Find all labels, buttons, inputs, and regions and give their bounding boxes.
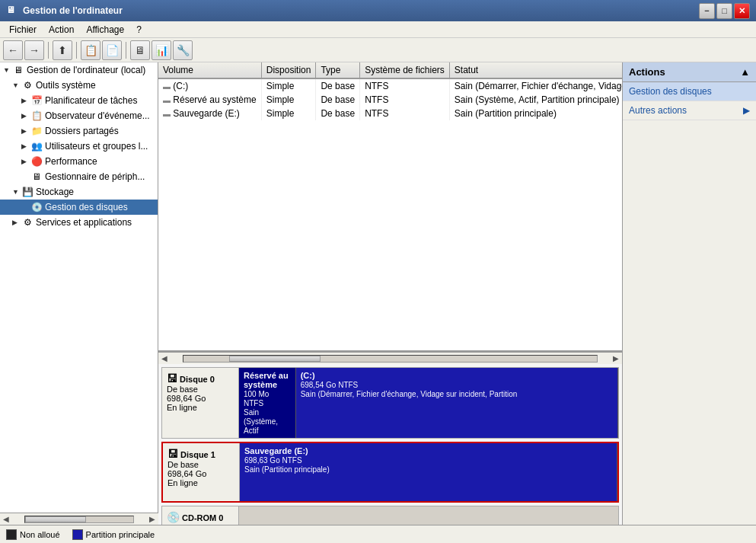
cdrom-label: 💿 CD-ROM 0 DVD (D:) Aucun média [162, 506, 238, 525]
disk1-size: 698,64 Go [167, 469, 234, 478]
tree-arrow [21, 173, 30, 180]
actions-main-item[interactable]: Gestion des disques [623, 82, 756, 101]
disk0-block[interactable]: 🖫 Disque 0 De base 698,64 Go En ligne Ré… [161, 367, 619, 439]
table-row[interactable]: ▬ Sauvegarde (E:) Simple De base NTFS Sa… [158, 107, 622, 120]
disk0-size: 698,64 Go [167, 394, 234, 403]
disk1-part1-detail1: 698,63 Go NTFS [244, 455, 612, 465]
cell-filesystem: NTFS [360, 93, 450, 107]
legend-unallocated: Non alloué [6, 529, 60, 540]
hscroll-left[interactable]: ◀ [158, 354, 171, 363]
partition1-detail2: Sain (Système, Actif [244, 407, 291, 435]
minimize-button[interactable]: − [699, 3, 715, 19]
menu-action[interactable]: Action [43, 23, 80, 37]
tree-arrow: ▼ [12, 81, 21, 89]
performance-icon: 🔴 [30, 155, 43, 168]
cell-filesystem: NTFS [360, 78, 450, 93]
disk0-status: En ligne [167, 403, 234, 412]
monitor-button[interactable]: 📊 [152, 40, 171, 60]
tree-item-stockage[interactable]: ▼ 💾 Stockage [0, 184, 158, 200]
cell-filesystem: NTFS [360, 107, 450, 120]
partition2-name: (C:) [301, 371, 613, 380]
tools-icon: ⚙ [21, 79, 33, 91]
cell-statut: Sain (Démarrer, Fichier d'échange, Vidag… [449, 78, 622, 93]
table-hscroll[interactable]: ◀ ▶ [158, 352, 622, 364]
hscroll-thumb[interactable] [229, 356, 321, 362]
titlebar: 🖥 Gestion de l'ordinateur − □ ✕ [0, 0, 756, 21]
disk-area: 🖫 Disque 0 De base 698,64 Go En ligne Ré… [158, 364, 622, 525]
tree-item-disques[interactable]: 💿 Gestion des disques [0, 200, 158, 215]
tree-scroll-thumb[interactable] [25, 516, 86, 522]
col-volume[interactable]: Volume [158, 62, 261, 78]
disk0-partition1[interactable]: Réservé au système 100 Mo NTFS Sain (Sys… [239, 368, 296, 438]
close-button[interactable]: ✕ [734, 3, 750, 19]
disk1-block[interactable]: 🖫 Disque 1 De base 698,64 Go En ligne Sa… [161, 442, 619, 503]
tree-item-planificateur[interactable]: ▶ 📅 Planificateur de tâches [0, 93, 158, 108]
tree-arrow: ▶ [21, 142, 30, 150]
view-button[interactable]: 📄 [102, 40, 122, 60]
tree-label-stockage: Stockage [36, 187, 74, 197]
col-disposition[interactable]: Disposition [261, 62, 316, 78]
tree-item-root[interactable]: ▼ 🖥 Gestion de l'ordinateur (local) [0, 62, 158, 78]
tree-item-observateur[interactable]: ▶ 📋 Observateur d'événeme... [0, 108, 158, 123]
scheduler-icon: 📅 [30, 94, 43, 107]
separator-3 [126, 42, 126, 59]
settings-button[interactable]: 🔧 [173, 40, 193, 60]
back-button[interactable]: ← [3, 40, 23, 60]
cell-statut: Sain (Système, Actif, Partition principa… [449, 93, 622, 107]
cdrom-partitions [238, 506, 618, 525]
tree-label-observateur: Observateur d'événeme... [45, 110, 150, 121]
hscroll-right[interactable]: ▶ [610, 354, 622, 363]
menu-affichage[interactable]: Affichage [80, 23, 130, 37]
disk1-partition1[interactable]: Sauvegarde (E:) 698,63 Go NTFS Sain (Par… [240, 443, 617, 501]
tree-hscroll[interactable]: ◀ ▶ [0, 513, 158, 525]
show-hide-button[interactable]: 📋 [81, 40, 100, 60]
tree-arrow: ▶ [12, 219, 21, 226]
computer-button[interactable]: 🖥 [130, 40, 150, 60]
col-filesystem[interactable]: Système de fichiers [360, 62, 450, 78]
col-statut[interactable]: Statut [449, 62, 622, 78]
disk1-status: En ligne [167, 478, 234, 487]
up-button[interactable]: ⬆ [53, 40, 72, 60]
storage-icon: 💾 [21, 186, 33, 198]
cdrom-block[interactable]: 💿 CD-ROM 0 DVD (D:) Aucun média [161, 506, 619, 525]
actions-sub-item[interactable]: Autres actions ▶ [623, 101, 756, 120]
tree-item-outils[interactable]: ▼ ⚙ Outils système [0, 78, 158, 93]
disk1-name: 🖫 Disque 1 [167, 448, 234, 460]
cell-volume: ▬ Réservé au système [158, 93, 261, 107]
disk0-partitions: Réservé au système 100 Mo NTFS Sain (Sys… [238, 368, 618, 438]
disk0-partition2[interactable]: (C:) 698,54 Go NTFS Sain (Démarrer, Fich… [296, 368, 618, 438]
tree-item-services[interactable]: ▶ ⚙ Services et applications [0, 215, 158, 230]
actions-header: Actions ▲ [623, 62, 756, 82]
scroll-right-btn[interactable]: ▶ [146, 515, 158, 523]
table-row[interactable]: ▬ (C:) Simple De base NTFS Sain (Démarre… [158, 78, 622, 93]
volumes-table: Volume Disposition Type Système de fichi… [158, 62, 622, 120]
table-area: Volume Disposition Type Système de fichi… [158, 62, 622, 352]
separator-1 [48, 42, 49, 59]
cell-volume: ▬ Sauvegarde (E:) [158, 107, 261, 120]
legend-blue-box [72, 529, 83, 540]
tree-item-dossiers[interactable]: ▶ 📁 Dossiers partagés [0, 123, 158, 139]
tree-label-gestionnaire: Gestionnaire de périph... [45, 171, 145, 182]
tree-label-planificateur: Planificateur de tâches [45, 95, 137, 106]
folder-icon: 📁 [30, 125, 43, 137]
hscroll-track[interactable] [183, 355, 598, 363]
scroll-left-btn[interactable]: ◀ [0, 515, 12, 523]
tree-arrow: ▶ [21, 112, 30, 120]
toolbar: ← → ⬆ 📋 📄 🖥 📊 🔧 [0, 38, 756, 62]
tree-item-gestionnaire[interactable]: 🖥 Gestionnaire de périph... [0, 169, 158, 184]
cell-volume: ▬ (C:) [158, 78, 261, 93]
menu-fichier[interactable]: Fichier [3, 23, 43, 37]
tree-arrow [21, 203, 30, 211]
table-row[interactable]: ▬ Réservé au système Simple De base NTFS… [158, 93, 622, 107]
maximize-button[interactable]: □ [716, 3, 732, 19]
tree-item-utilisateurs[interactable]: ▶ 👥 Utilisateurs et groupes l... [0, 139, 158, 154]
menu-help[interactable]: ? [130, 23, 148, 37]
col-type[interactable]: Type [316, 62, 360, 78]
forward-button[interactable]: → [24, 40, 44, 60]
tree-scroll-track[interactable] [24, 516, 134, 523]
tree-item-performance[interactable]: ▶ 🔴 Performance [0, 154, 158, 169]
partition1-name: Réservé au système [244, 371, 291, 389]
tree-arrow: ▶ [21, 97, 30, 104]
actions-main-label: Gestion des disques [629, 86, 712, 97]
tree-label-utilisateurs: Utilisateurs et groupes l... [45, 141, 148, 152]
